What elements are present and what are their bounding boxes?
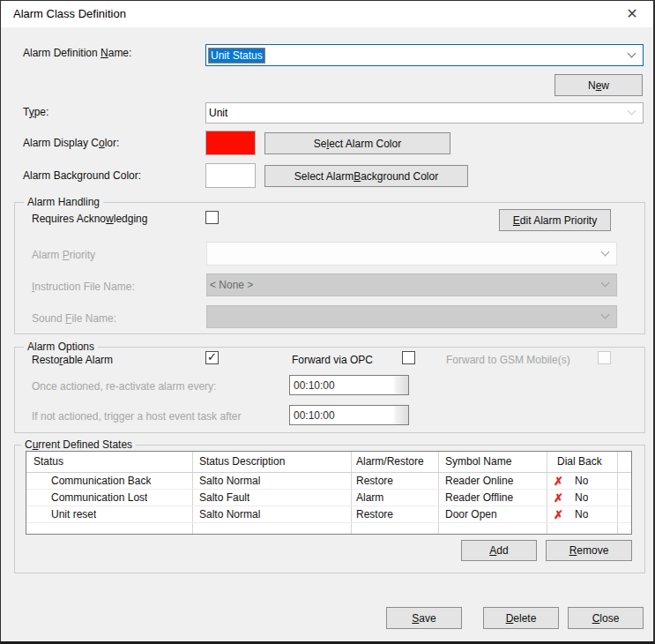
chevron-down-icon — [628, 107, 636, 116]
host-event-interval-value: 00:10:00 — [294, 409, 335, 422]
cell-alarm-restore: Restore — [356, 475, 393, 487]
reactivate-interval-field: 00:10:00 — [289, 375, 409, 395]
reactivate-alarm-label: Once actioned, re-activate alarm every: — [32, 380, 216, 393]
cell-status-description: Salto Fault — [199, 491, 249, 504]
forward-via-opc-checkbox[interactable] — [402, 351, 415, 364]
dialog-title: Alarm Class Definition — [13, 7, 126, 20]
cell-dial-back: No — [575, 508, 588, 520]
alarm-handling-legend: Alarm Handling — [24, 196, 103, 208]
alarm-definition-name-label: Alarm Definition Name: — [23, 47, 131, 59]
requires-acknowledging-label: Requires Acknowledging — [32, 213, 147, 225]
close-button[interactable]: Close — [568, 607, 644, 629]
requires-acknowledging-checkbox[interactable] — [205, 211, 219, 224]
cell-alarm-restore: Restore — [356, 508, 393, 520]
instruction-file-name-label: Instruction File Name: — [32, 281, 135, 293]
table-row[interactable]: Unit reset Salto Normal Restore Door Ope… — [26, 506, 631, 523]
column-header-symbol-name[interactable]: Symbol Name — [445, 455, 511, 468]
defined-states-table[interactable]: Status Status Description Alarm/Restore … — [26, 451, 632, 535]
forward-to-gsm-label: Forward to GSM Mobile(s) — [446, 354, 570, 366]
title-bar: Alarm Class Definition ✕ — [1, 1, 653, 27]
reactivate-interval-value: 00:10:00 — [294, 379, 335, 392]
cell-status-description: Salto Normal — [199, 508, 260, 520]
cell-alarm-restore: Alarm — [356, 491, 383, 504]
red-cross-icon: ✗ — [554, 491, 563, 505]
remove-button[interactable]: Remove — [546, 540, 632, 561]
alarm-priority-combobox — [206, 242, 617, 266]
column-header-status-description[interactable]: Status Description — [199, 455, 285, 468]
select-alarm-background-color-button[interactable]: Select Alarm Background Color — [264, 165, 468, 187]
restorable-alarm-label: Restorable Alarm — [32, 354, 113, 366]
host-event-label: If not actioned, trigger a host event ta… — [32, 410, 241, 423]
type-combobox[interactable]: Unit — [205, 102, 644, 124]
new-button[interactable]: New — [555, 74, 643, 96]
alarm-definition-name-value: Unit Status — [209, 49, 264, 63]
cell-dial-back: No — [575, 491, 588, 504]
table-row[interactable]: Communication Lost Salto Fault Alarm Rea… — [26, 490, 631, 506]
table-row[interactable]: Communication Back Salto Normal Restore … — [26, 473, 631, 490]
cell-symbol-name: Reader Online — [445, 475, 513, 487]
sound-file-name-label: Sound File Name: — [32, 312, 116, 325]
restorable-alarm-checkbox[interactable] — [205, 351, 219, 364]
alarm-background-color-label: Alarm Background Color: — [23, 169, 141, 182]
alarm-class-definition-dialog: Alarm Class Definition ✕ Alarm Definitio… — [0, 0, 655, 644]
cell-status: Communication Lost — [51, 491, 147, 504]
chevron-down-icon — [601, 279, 610, 288]
forward-via-opc-label: Forward via OPC — [292, 354, 373, 366]
cell-status: Communication Back — [51, 475, 151, 487]
type-value: Unit — [209, 107, 227, 119]
cell-status-description: Salto Normal — [199, 475, 260, 487]
red-cross-icon: ✗ — [554, 475, 563, 488]
instruction-file-name-combobox: < None > — [206, 273, 617, 296]
cell-symbol-name: Reader Offline — [445, 491, 513, 504]
column-header-dial-back[interactable]: Dial Back — [557, 455, 602, 468]
close-icon[interactable]: ✕ — [622, 5, 643, 23]
alarm-options-legend: Alarm Options — [24, 341, 98, 353]
alarm-definition-name-combobox[interactable]: Unit Status — [205, 44, 644, 66]
alarm-display-color-label: Alarm Display Color: — [23, 137, 119, 149]
add-button[interactable]: Add — [461, 540, 537, 561]
sound-file-name-combobox — [206, 305, 617, 328]
alarm-priority-label: Alarm Priority — [32, 249, 95, 261]
spinner-strip — [394, 406, 408, 424]
type-label: Type: — [23, 106, 48, 118]
select-alarm-color-button[interactable]: Select Alarm Color — [264, 132, 450, 154]
spinner-strip — [394, 376, 408, 394]
column-header-alarm-restore[interactable]: Alarm/Restore — [356, 455, 424, 468]
forward-to-gsm-checkbox — [598, 351, 611, 364]
cell-dial-back: No — [575, 475, 588, 487]
alarm-background-color-swatch — [205, 163, 256, 188]
chevron-down-icon — [601, 311, 610, 319]
instruction-file-name-value: < None > — [210, 279, 253, 291]
chevron-down-icon — [628, 49, 636, 57]
cell-symbol-name: Door Open — [445, 508, 497, 520]
current-defined-states-legend: Current Defined States — [21, 438, 136, 451]
cell-status: Unit reset — [51, 508, 96, 520]
delete-button[interactable]: Delete — [483, 607, 559, 629]
edit-alarm-priority-button[interactable]: Edit Alarm Priority — [499, 209, 611, 231]
chevron-down-icon — [601, 247, 610, 256]
column-header-status[interactable]: Status — [33, 455, 63, 468]
host-event-interval-field: 00:10:00 — [289, 405, 409, 425]
alarm-display-color-swatch — [205, 131, 256, 155]
save-button[interactable]: Save — [386, 607, 462, 629]
red-cross-icon: ✗ — [554, 508, 563, 521]
table-header-row: Status Status Description Alarm/Restore … — [26, 452, 631, 473]
